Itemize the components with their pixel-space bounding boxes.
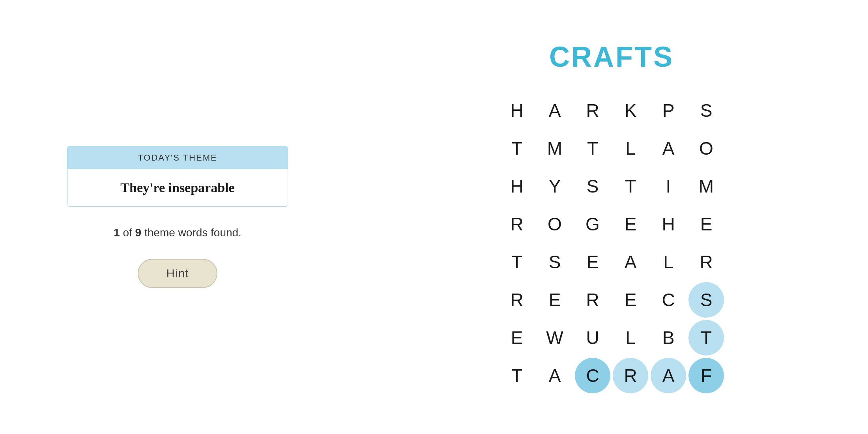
grid-cell[interactable]: A xyxy=(537,93,572,128)
grid-cell[interactable]: T xyxy=(499,244,535,280)
grid-cell[interactable]: E xyxy=(688,206,724,242)
puzzle-title: CRAFTS xyxy=(549,41,674,73)
grid-cell[interactable]: C xyxy=(651,282,686,318)
grid-cell[interactable]: R xyxy=(499,206,535,242)
grid-cell[interactable]: E xyxy=(613,282,648,318)
grid-cell[interactable]: A xyxy=(651,131,686,166)
theme-box: TODAY'S THEME They're inseparable xyxy=(67,146,288,207)
theme-header: TODAY'S THEME xyxy=(67,146,288,169)
theme-body: They're inseparable xyxy=(67,169,288,206)
grid-cell[interactable]: T xyxy=(613,168,648,204)
grid-cell[interactable]: S xyxy=(688,282,724,318)
grid-cell[interactable]: L xyxy=(651,244,686,280)
grid-cell[interactable]: L xyxy=(613,320,648,355)
grid-cell[interactable]: T xyxy=(575,131,610,166)
grid-cell[interactable]: M xyxy=(537,131,572,166)
grid-cell[interactable]: C xyxy=(575,358,610,393)
grid-cell[interactable]: K xyxy=(613,93,648,128)
grid-cell[interactable]: E xyxy=(575,244,610,280)
found-suffix: theme words found. xyxy=(141,226,241,239)
grid-cell[interactable]: S xyxy=(688,93,724,128)
grid-cell[interactable]: E xyxy=(537,282,572,318)
grid-cell[interactable]: T xyxy=(688,320,724,355)
grid-cell[interactable]: Y xyxy=(537,168,572,204)
found-total: 9 xyxy=(135,226,142,239)
grid-cell[interactable]: S xyxy=(575,168,610,204)
right-panel: CRAFTS HARKPSTMTLAOHYSTIMROGEHETSEALRRER… xyxy=(355,0,868,434)
grid-cell[interactable]: T xyxy=(499,131,535,166)
grid-cell[interactable]: S xyxy=(537,244,572,280)
grid-cell[interactable]: W xyxy=(537,320,572,355)
found-text: 1 of 9 theme words found. xyxy=(114,226,241,239)
grid-cell[interactable]: T xyxy=(499,358,535,393)
grid-cell[interactable]: U xyxy=(575,320,610,355)
grid-cell[interactable]: F xyxy=(688,358,724,393)
grid-cell[interactable]: H xyxy=(651,206,686,242)
grid-cell[interactable]: R xyxy=(688,244,724,280)
grid-cell[interactable]: G xyxy=(575,206,610,242)
hint-button[interactable]: Hint xyxy=(138,259,217,288)
grid-cell[interactable]: H xyxy=(499,93,535,128)
grid-cell[interactable]: E xyxy=(499,320,535,355)
grid-cell[interactable]: L xyxy=(613,131,648,166)
grid-cell[interactable]: E xyxy=(613,206,648,242)
grid-cell[interactable]: H xyxy=(499,168,535,204)
grid-cell[interactable]: R xyxy=(499,282,535,318)
letter-grid: HARKPSTMTLAOHYSTIMROGEHETSEALRRERECSEWUL… xyxy=(499,93,724,393)
grid-cell[interactable]: A xyxy=(537,358,572,393)
grid-cell[interactable]: M xyxy=(688,168,724,204)
grid-cell[interactable]: P xyxy=(651,93,686,128)
found-count: 1 xyxy=(114,226,120,239)
grid-cell[interactable]: I xyxy=(651,168,686,204)
grid-cell[interactable]: O xyxy=(688,131,724,166)
grid-cell[interactable]: R xyxy=(613,358,648,393)
grid-cell[interactable]: B xyxy=(651,320,686,355)
grid-cell[interactable]: O xyxy=(537,206,572,242)
grid-cell[interactable]: A xyxy=(651,358,686,393)
left-panel: TODAY'S THEME They're inseparable 1 of 9… xyxy=(0,0,355,434)
grid-cell[interactable]: R xyxy=(575,93,610,128)
grid-cell[interactable]: A xyxy=(613,244,648,280)
grid-cell[interactable]: R xyxy=(575,282,610,318)
